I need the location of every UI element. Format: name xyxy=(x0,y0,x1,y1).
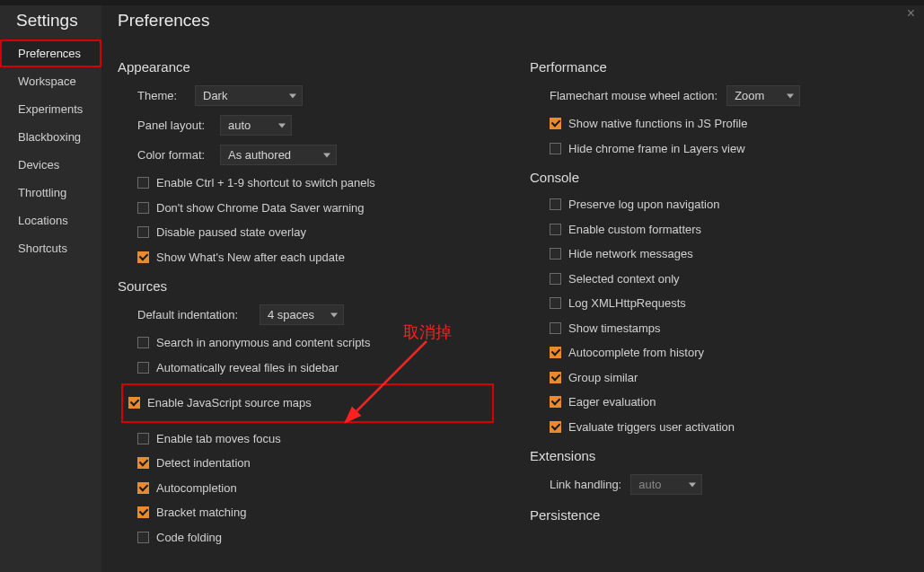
close-icon[interactable]: × xyxy=(907,5,915,22)
right-column: Performance Flamechart mouse wheel actio… xyxy=(530,47,906,553)
link-handling-label: Link handling: xyxy=(550,478,621,491)
console-check-label[interactable]: Preserve log upon navigation xyxy=(568,196,719,214)
sources-checkbox[interactable] xyxy=(137,457,149,469)
console-check-label[interactable]: Evaluate triggers user activation xyxy=(568,418,735,436)
sources-check-label[interactable]: Automatically reveal files in sidebar xyxy=(156,359,339,377)
appearance-checkbox[interactable] xyxy=(137,226,149,238)
section-extensions: Extensions xyxy=(530,448,906,463)
sources-check-row: Code folding xyxy=(137,529,494,547)
sources-check-label[interactable]: Code folding xyxy=(156,529,222,547)
console-check-row: Group similar xyxy=(550,369,906,387)
console-checkbox[interactable] xyxy=(550,273,561,285)
section-persistence: Persistence xyxy=(530,507,906,523)
sidebar-item-label: Shortcuts xyxy=(18,242,67,255)
sidebar-item-workspace[interactable]: Workspace xyxy=(0,67,101,95)
sidebar-item-label: Blackboxing xyxy=(18,130,81,144)
theme-label: Theme: xyxy=(137,89,186,102)
sidebar-item-locations[interactable]: Locations xyxy=(0,207,101,234)
performance-checkbox[interactable] xyxy=(550,143,561,154)
console-checkbox[interactable] xyxy=(550,372,561,383)
sidebar-item-label: Locations xyxy=(18,214,68,227)
appearance-checkbox[interactable] xyxy=(137,177,149,189)
console-check-label[interactable]: Hide network messages xyxy=(568,245,693,263)
annotation-text: 取消掉 xyxy=(403,321,452,343)
sources-check-label[interactable]: Search in anonymous and content scripts xyxy=(156,334,370,352)
console-check-label[interactable]: Log XMLHttpRequests xyxy=(568,295,686,312)
sources-checkbox[interactable] xyxy=(137,506,149,518)
sources-check-row: Bracket matching xyxy=(137,504,494,522)
sidebar-item-devices[interactable]: Devices xyxy=(0,151,101,179)
sidebar: Settings Preferences Workspace Experimen… xyxy=(0,0,101,572)
panel-layout-select[interactable]: auto xyxy=(220,115,292,136)
sources-check-row: Detect indentation xyxy=(137,454,494,472)
console-check-label[interactable]: Eager evaluation xyxy=(568,393,656,411)
sidebar-item-experiments[interactable]: Experiments xyxy=(0,95,101,123)
console-checkbox[interactable] xyxy=(550,198,561,210)
console-check-row: Selected context only xyxy=(550,270,906,288)
appearance-check-label[interactable]: Show What's New after each update xyxy=(156,249,345,267)
sources-check-label[interactable]: Enable JavaScript source maps xyxy=(147,394,312,412)
console-check-row: Enable custom formatters xyxy=(550,221,906,239)
theme-select[interactable]: Dark xyxy=(195,85,303,106)
sources-check-row: Autocompletion xyxy=(137,480,494,497)
console-check-row: Eager evaluation xyxy=(550,393,906,411)
console-checkbox[interactable] xyxy=(550,322,561,334)
sources-checkbox[interactable] xyxy=(137,337,149,348)
appearance-check-row: Disable paused state overlay xyxy=(137,224,494,242)
default-indent-select[interactable]: 4 spaces xyxy=(260,304,344,325)
left-column: Appearance Theme: Dark Panel layout: aut… xyxy=(118,47,494,553)
section-sources: Sources xyxy=(118,278,494,294)
console-check-row: Evaluate triggers user activation xyxy=(550,418,906,436)
page-title: Preferences xyxy=(118,11,906,31)
console-checkbox[interactable] xyxy=(550,421,561,433)
sources-check-label[interactable]: Enable tab moves focus xyxy=(156,430,281,448)
sources-check-label[interactable]: Autocompletion xyxy=(156,480,237,497)
sidebar-item-blackboxing[interactable]: Blackboxing xyxy=(0,123,101,151)
sidebar-item-label: Workspace xyxy=(18,75,76,88)
sources-check-label[interactable]: Bracket matching xyxy=(156,504,246,522)
console-checkbox[interactable] xyxy=(550,224,561,235)
section-performance: Performance xyxy=(530,59,906,75)
section-appearance: Appearance xyxy=(118,59,494,75)
sidebar-item-shortcuts[interactable]: Shortcuts xyxy=(0,234,101,262)
console-checkbox[interactable] xyxy=(550,396,561,408)
color-format-select[interactable]: As authored xyxy=(220,145,337,165)
performance-check-label[interactable]: Hide chrome frame in Layers view xyxy=(568,140,745,158)
sidebar-title: Settings xyxy=(0,5,101,40)
sources-checkbox[interactable] xyxy=(137,532,149,543)
console-checkbox[interactable] xyxy=(550,248,561,260)
main-panel: Preferences Appearance Theme: Dark Panel… xyxy=(101,0,924,572)
performance-check-row: Show native functions in JS Profile xyxy=(550,115,906,133)
sources-checkbox[interactable] xyxy=(137,482,149,494)
sources-checkbox[interactable] xyxy=(128,397,140,409)
console-check-label[interactable]: Selected context only xyxy=(568,270,680,288)
appearance-check-row: Show What's New after each update xyxy=(137,249,494,267)
appearance-check-label[interactable]: Enable Ctrl + 1-9 shortcut to switch pan… xyxy=(156,174,375,192)
sidebar-item-label: Preferences xyxy=(18,47,81,60)
sources-checkbox[interactable] xyxy=(137,433,149,444)
appearance-checkbox[interactable] xyxy=(137,251,149,263)
console-check-label[interactable]: Group similar xyxy=(568,369,638,387)
console-checkbox[interactable] xyxy=(550,347,561,358)
appearance-check-row: Don't show Chrome Data Saver warning xyxy=(137,199,494,217)
sources-check-row: Enable JavaScript source maps xyxy=(121,383,494,423)
performance-checkbox[interactable] xyxy=(550,118,561,129)
sources-check-label[interactable]: Detect indentation xyxy=(156,454,251,472)
performance-check-label[interactable]: Show native functions in JS Profile xyxy=(568,115,747,133)
sources-checkbox[interactable] xyxy=(137,362,149,374)
console-checkbox[interactable] xyxy=(550,297,561,309)
console-check-row: Preserve log upon navigation xyxy=(550,196,906,214)
panel-layout-label: Panel layout: xyxy=(137,119,211,132)
sidebar-item-throttling[interactable]: Throttling xyxy=(0,179,101,207)
flamechart-select[interactable]: Zoom xyxy=(726,85,800,106)
default-indent-label: Default indentation: xyxy=(137,308,251,321)
console-check-label[interactable]: Show timestamps xyxy=(568,320,661,338)
appearance-check-label[interactable]: Disable paused state overlay xyxy=(156,224,306,242)
appearance-check-label[interactable]: Don't show Chrome Data Saver warning xyxy=(156,199,365,217)
appearance-checkbox[interactable] xyxy=(137,202,149,214)
sources-check-row: Automatically reveal files in sidebar xyxy=(137,359,494,377)
console-check-label[interactable]: Enable custom formatters xyxy=(568,221,701,239)
link-handling-select[interactable]: auto xyxy=(630,474,702,495)
console-check-label[interactable]: Autocomplete from history xyxy=(568,344,704,362)
sidebar-item-preferences[interactable]: Preferences xyxy=(0,40,101,67)
